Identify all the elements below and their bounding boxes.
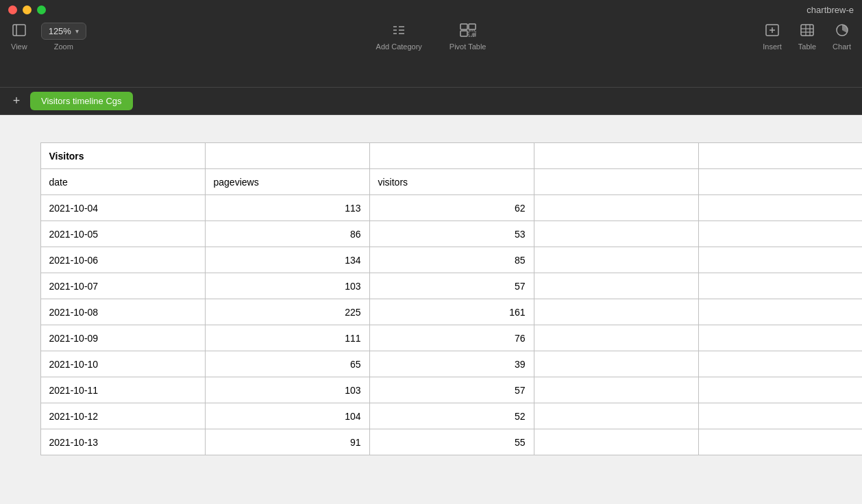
cell-empty-2-2	[698, 247, 862, 273]
cell-empty-0-1	[534, 195, 698, 221]
section-header-cell: Visitors	[40, 143, 205, 169]
cell-empty-0-2	[698, 195, 862, 221]
table-row: 2021-10-13 91 55	[40, 429, 862, 455]
close-button[interactable]	[8, 5, 17, 14]
cell-pageviews-2: 134	[205, 247, 369, 273]
col-header-date: date	[40, 169, 205, 195]
minimize-button[interactable]	[23, 5, 32, 14]
svg-rect-16	[801, 25, 813, 36]
svg-rect-0	[13, 25, 25, 36]
col-header-empty-1	[534, 169, 698, 195]
data-table: Visitors date pageviews visitors 2021-10…	[40, 142, 863, 455]
cell-empty-4-2	[698, 299, 862, 325]
table-row: 2021-10-10 65 39	[40, 351, 862, 377]
insert-label: Insert	[763, 42, 782, 51]
cell-empty-7-2	[698, 377, 862, 403]
tab-visitors-timeline[interactable]: Visitors timeline Cgs	[30, 92, 133, 110]
cell-date-8: 2021-10-12	[40, 403, 205, 429]
col-header-visitors: visitors	[369, 169, 534, 195]
pivot-table-toolbar-group[interactable]: ⊕ Pivot Table	[450, 23, 487, 51]
toolbar-center-section: Add Category ⊕ Pivot Table	[291, 23, 571, 51]
cell-empty-8-2	[698, 403, 862, 429]
cell-visitors-9: 55	[369, 429, 534, 455]
chart-label: Chart	[833, 42, 851, 51]
cell-visitors-1: 53	[369, 221, 534, 247]
cell-visitors-0: 62	[369, 195, 534, 221]
chart-toolbar-group[interactable]: Chart	[833, 23, 851, 51]
table-toolbar-group[interactable]: Table	[798, 23, 816, 51]
cell-empty-6-1	[534, 351, 698, 377]
zoom-toolbar-group[interactable]: 125% ▾ Zoom	[41, 23, 86, 51]
svg-rect-8	[460, 24, 467, 29]
cell-empty-9-2	[698, 429, 862, 455]
table-row: 2021-10-08 225 161	[40, 299, 862, 325]
cell-pageviews-5: 111	[205, 325, 369, 351]
cell-pageviews-0: 113	[205, 195, 369, 221]
cell-visitors-8: 52	[369, 403, 534, 429]
content-area: Visitors date pageviews visitors 2021-10…	[0, 115, 862, 504]
cell-date-4: 2021-10-08	[40, 299, 205, 325]
cell-pageviews-4: 225	[205, 299, 369, 325]
insert-toolbar-group[interactable]: Insert	[763, 23, 782, 51]
table-column-header-row: date pageviews visitors	[40, 169, 862, 195]
table-label: Table	[798, 42, 816, 51]
table-row: 2021-10-04 113 62	[40, 195, 862, 221]
cell-empty-5-2	[698, 325, 862, 351]
tab-bar: + Visitors timeline Cgs	[0, 88, 862, 115]
table-icon	[800, 23, 815, 40]
col-header-pageviews: pageviews	[205, 169, 369, 195]
cell-pageviews-1: 86	[205, 221, 369, 247]
table-section-header-row: Visitors	[40, 143, 862, 169]
cell-pageviews-3: 103	[205, 273, 369, 299]
chart-icon	[835, 23, 850, 40]
section-header-empty-2	[369, 143, 534, 169]
cell-pageviews-9: 91	[205, 429, 369, 455]
app-title: chartbrew-e	[806, 5, 854, 15]
table-row: 2021-10-07 103 57	[40, 273, 862, 299]
pivot-table-label: Pivot Table	[450, 42, 487, 51]
section-header-empty-3	[534, 143, 698, 169]
cell-empty-1-2	[698, 221, 862, 247]
cell-date-6: 2021-10-10	[40, 351, 205, 377]
svg-text:⊕: ⊕	[471, 32, 476, 38]
add-category-toolbar-group[interactable]: Add Category	[376, 23, 422, 51]
cell-empty-7-1	[534, 377, 698, 403]
svg-rect-10	[460, 31, 467, 36]
toolbar-right-section: Insert Table	[571, 23, 851, 51]
section-header-empty-1	[205, 143, 369, 169]
table-wrapper: Visitors date pageviews visitors 2021-10…	[40, 142, 863, 504]
col-header-empty-2	[698, 169, 862, 195]
toolbar-left-section: View 125% ▾ Zoom	[11, 23, 291, 51]
traffic-lights	[8, 5, 46, 14]
tab-label: Visitors timeline Cgs	[41, 96, 122, 106]
cell-visitors-3: 57	[369, 273, 534, 299]
cell-pageviews-7: 103	[205, 377, 369, 403]
cell-empty-8-1	[534, 403, 698, 429]
insert-icon	[765, 23, 780, 40]
toolbar-top-row: View 125% ▾ Zoom	[0, 19, 862, 53]
zoom-selector[interactable]: 125% ▾	[41, 23, 86, 40]
table-row: 2021-10-12 104 52	[40, 403, 862, 429]
cell-visitors-5: 76	[369, 325, 534, 351]
cell-empty-2-1	[534, 247, 698, 273]
cell-date-0: 2021-10-04	[40, 195, 205, 221]
maximize-button[interactable]	[37, 5, 46, 14]
cell-pageviews-8: 104	[205, 403, 369, 429]
add-category-label: Add Category	[376, 42, 422, 51]
cell-date-2: 2021-10-06	[40, 247, 205, 273]
cell-visitors-2: 85	[369, 247, 534, 273]
cell-empty-1-1	[534, 221, 698, 247]
cell-pageviews-6: 65	[205, 351, 369, 377]
zoom-label: Zoom	[54, 42, 73, 51]
cell-visitors-6: 39	[369, 351, 534, 377]
section-header-empty-4	[698, 143, 862, 169]
cell-date-7: 2021-10-11	[40, 377, 205, 403]
view-toolbar-group[interactable]: View	[11, 23, 27, 51]
add-tab-button[interactable]: +	[8, 93, 25, 110]
table-row: 2021-10-06 134 85	[40, 247, 862, 273]
table-row: 2021-10-05 86 53	[40, 221, 862, 247]
cell-empty-4-1	[534, 299, 698, 325]
cell-empty-3-1	[534, 273, 698, 299]
list-icon	[391, 23, 406, 40]
cell-empty-6-2	[698, 351, 862, 377]
